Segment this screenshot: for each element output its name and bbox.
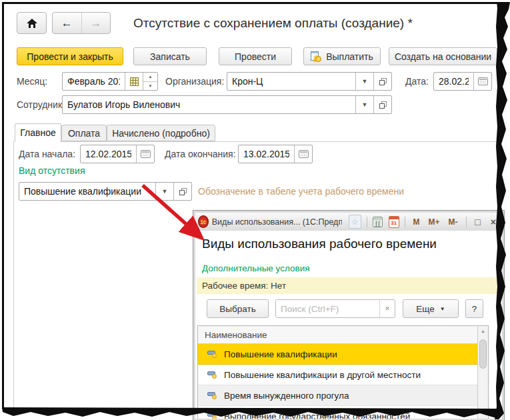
page-title: Отсутствие с сохранением оплаты (создани… <box>133 16 413 31</box>
help-button[interactable]: ? <box>465 299 483 318</box>
absence-type-dropdown-button[interactable]: ▼ <box>155 183 173 200</box>
date-calendar-button[interactable] <box>473 73 491 90</box>
date-label: Дата: <box>405 72 429 91</box>
search-box: × <box>275 299 395 318</box>
help-label: ? <box>472 304 477 314</box>
calendar-icon <box>141 150 151 158</box>
start-date-input[interactable] <box>81 145 136 163</box>
end-date-calendar-button[interactable] <box>294 145 312 163</box>
favorites-star-button[interactable]: ☆ <box>349 215 361 229</box>
date-field <box>433 72 492 91</box>
row-label: Повышение квалификации <box>224 349 337 359</box>
memory-button[interactable]: M <box>411 217 423 227</box>
save-label: Записать <box>150 51 190 62</box>
history-nav-group: ← → <box>52 12 111 34</box>
calendar-icon <box>299 150 309 158</box>
open-windows-icon <box>179 188 187 195</box>
organization-dropdown-button[interactable]: ▼ <box>355 73 373 90</box>
post-button[interactable]: Провести <box>219 47 292 65</box>
tab-strip-divider <box>13 141 497 142</box>
tab-payment[interactable]: Оплата <box>61 125 107 141</box>
pay-button[interactable]: Выплатить <box>303 47 381 65</box>
popup-heading: Виды использования рабочего времени <box>202 237 437 251</box>
additional-conditions-link[interactable]: Дополнительные условия <box>202 263 310 273</box>
month-calendar-button[interactable] <box>125 73 143 90</box>
organization-input[interactable] <box>227 73 355 90</box>
popup-body: Виды использования рабочего времени Допо… <box>195 231 502 419</box>
list-item-icon <box>207 391 218 399</box>
scrollbar-thumb[interactable] <box>479 339 487 369</box>
calculator-icon <box>373 217 383 227</box>
table-row[interactable]: Выполнение государственных обязанностей <box>198 406 488 419</box>
pay-label: Выплатить <box>326 51 373 62</box>
calculator-button[interactable] <box>373 217 383 227</box>
more-button[interactable]: Еще ▼ <box>403 299 459 318</box>
month-spinner[interactable]: ▲ ▼ <box>143 73 157 90</box>
employee-open-button[interactable] <box>373 96 391 113</box>
organization-open-button[interactable] <box>373 73 391 90</box>
employee-dropdown-button[interactable]: ▼ <box>355 96 373 113</box>
month-field: ▲ ▼ <box>62 72 158 91</box>
memory-plus-button[interactable]: M+ <box>426 217 443 227</box>
list-item-icon <box>207 412 218 419</box>
table-row[interactable]: Повышение квалификации в другой местност… <box>198 365 488 385</box>
date-input[interactable] <box>434 73 473 90</box>
maximize-icon: □ <box>475 217 480 227</box>
start-date-field <box>80 145 155 163</box>
types-list-table: Наименование Повышение квалификации Повы… <box>197 325 489 419</box>
tab-pane-left-border <box>13 141 14 408</box>
select-button[interactable]: Выбрать <box>207 299 269 318</box>
spinner-down-icon: ▼ <box>143 82 157 91</box>
number-field-label-partial: Н <box>497 72 504 91</box>
organization-label: Организация: <box>165 72 224 91</box>
tab-main[interactable]: Главное <box>15 123 61 142</box>
maximize-button[interactable]: □ <box>471 217 483 227</box>
chevron-down-icon: ▼ <box>362 78 368 85</box>
titlebar-separator <box>367 217 367 227</box>
back-button[interactable]: ← <box>53 13 81 33</box>
forward-button[interactable]: → <box>81 13 111 33</box>
start-date-calendar-button[interactable] <box>136 145 154 163</box>
list-scrollbar[interactable]: ▲ <box>477 326 488 419</box>
post-and-close-label: Провести и закрыть <box>27 51 113 62</box>
tab-accrued-detail-label: Начислено (подробно) <box>112 128 210 139</box>
create-based-on-label: Создать на основании <box>395 51 491 62</box>
create-based-on-button[interactable]: Создать на основании <box>389 47 497 65</box>
search-clear-button[interactable]: × <box>379 300 395 317</box>
table-row[interactable]: Время вынужденного прогула <box>198 385 488 406</box>
close-icon: × <box>491 217 496 227</box>
table-row[interactable]: Повышение квалификации <box>198 344 488 365</box>
end-date-input[interactable] <box>239 145 294 163</box>
post-and-close-button[interactable]: Провести и закрыть <box>17 47 123 65</box>
absence-type-link[interactable]: Вид отсутствия <box>19 165 85 176</box>
memory-minus-button[interactable]: M- <box>446 217 461 227</box>
calendar-icon <box>478 77 488 85</box>
table-header-name[interactable]: Наименование <box>198 326 488 344</box>
close-button[interactable]: × <box>487 217 499 227</box>
spinner-up-icon: ▲ <box>143 73 157 82</box>
chevron-down-icon: ▼ <box>440 306 445 312</box>
absence-type-open-button[interactable] <box>173 183 191 200</box>
row-label: Повышение квалификации в другой местност… <box>224 370 421 380</box>
chevron-down-icon: ▼ <box>362 101 368 108</box>
employee-input[interactable] <box>63 96 355 113</box>
month-label: Месяц: <box>17 72 47 91</box>
home-button[interactable] <box>17 12 47 34</box>
pay-coins-icon <box>311 51 322 62</box>
clear-x-icon: × <box>385 304 389 313</box>
star-icon: ☆ <box>351 217 359 227</box>
reference-list-window: 1с Виды использования... (1С:Предприятие… <box>193 210 505 420</box>
calendar-button[interactable]: 31 <box>389 216 399 228</box>
absence-type-input[interactable] <box>19 183 155 200</box>
organization-field: ▼ <box>227 72 392 91</box>
month-input[interactable] <box>63 73 125 90</box>
tab-accrued-detail[interactable]: Начислено (подробно) <box>107 125 215 141</box>
1c-logo-icon: 1с <box>198 215 209 228</box>
search-input[interactable] <box>276 300 379 317</box>
tab-main-label: Главное <box>20 127 56 138</box>
popup-titlebar[interactable]: 1с Виды использования... (1С:Предприятие… <box>195 213 502 231</box>
open-windows-icon <box>379 78 387 85</box>
end-date-field <box>238 145 313 163</box>
row-label: Время вынужденного прогула <box>224 391 349 401</box>
save-button[interactable]: Записать <box>133 47 207 65</box>
